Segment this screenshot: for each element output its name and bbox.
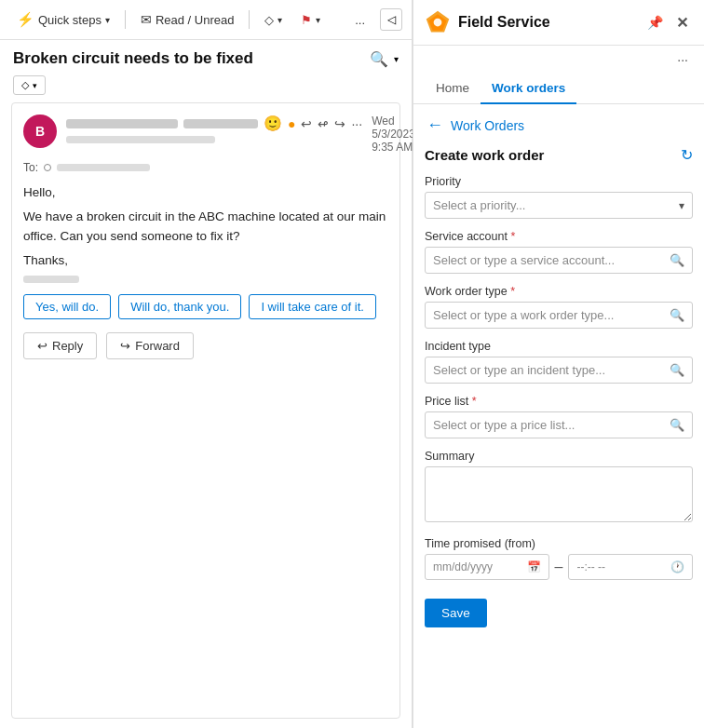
more-email-icon[interactable]: ··· — [351, 116, 362, 131]
priority-placeholder: Select a priority... — [433, 198, 525, 212]
date-input[interactable]: mm/dd/yyyy 📅 — [425, 554, 549, 580]
email-panel: ⚡ Quick steps ▾ ✉ Read / Unread ◇ ▾ ⚑ ▾ … — [0, 0, 413, 728]
close-button[interactable]: ✕ — [671, 11, 693, 34]
forward-button[interactable]: ↪ Forward — [106, 332, 194, 359]
price-list-input[interactable]: Select or type a price list... 🔍 — [425, 411, 693, 438]
time-promised-label: Time promised (from) — [425, 537, 693, 550]
field-service-logo — [425, 9, 451, 35]
read-unread-label: Read / Unread — [156, 13, 235, 27]
fs-more-button[interactable]: ··· — [672, 49, 693, 70]
emoji-icon[interactable]: 🙂 — [264, 115, 282, 132]
forward-icon-header[interactable]: ↪ — [334, 116, 345, 131]
quick-reply-1[interactable]: Yes, will do. — [23, 294, 111, 319]
email-tag-bar: ◇ ▾ — [0, 74, 412, 102]
reply-icon-header[interactable]: ↩ — [301, 116, 312, 131]
service-account-input[interactable]: Select or type a service account... 🔍 — [425, 247, 693, 274]
work-order-type-group: Work order type * Select or type a work … — [425, 285, 693, 329]
price-list-placeholder: Select or type a price list... — [433, 418, 575, 432]
work-order-type-input[interactable]: Select or type a work order type... 🔍 — [425, 302, 693, 329]
summary-textarea[interactable] — [425, 466, 693, 522]
reply-arrow-icon: ↩ — [37, 339, 47, 353]
back-button[interactable]: ← — [425, 114, 445, 137]
work-order-type-label: Work order type * — [425, 285, 693, 298]
tag-chevron-icon: ▾ — [278, 15, 282, 25]
tag-icon: ◇ — [264, 13, 274, 27]
email-header: B 🙂 ● ↩ ↫ ↪ ··· Wed 5/3/2023 9:35 AM — [23, 115, 388, 154]
quick-steps-label: Quick steps — [38, 13, 102, 27]
to-circle-icon — [44, 164, 51, 171]
to-label: To: — [23, 161, 38, 174]
incident-type-search-icon: 🔍 — [670, 363, 684, 377]
chevron-down-icon: ▾ — [105, 15, 110, 25]
svg-point-2 — [434, 19, 442, 27]
tag-chevron-small-icon: ▾ — [33, 81, 37, 90]
time-placeholder: --:-- -- — [576, 560, 605, 573]
back-label[interactable]: Work Orders — [451, 118, 524, 133]
quick-steps-button[interactable]: ⚡ Quick steps ▾ — [9, 7, 117, 32]
envelope-icon: ✉ — [141, 12, 152, 27]
avatar: B — [23, 115, 57, 148]
signature-blur — [23, 276, 79, 283]
quick-reply-3[interactable]: I will take care of it. — [249, 294, 376, 319]
pin-icon: 📌 — [647, 15, 663, 30]
collapse-icon: ◁ — [387, 13, 396, 26]
summary-group: Summary — [425, 450, 693, 526]
incident-type-placeholder: Select or type an incident type... — [433, 363, 605, 377]
email-subject-bar: Broken circuit needs to be fixed 🔍 ▾ — [0, 40, 412, 74]
sender-name-blur2 — [183, 119, 258, 128]
tag-button[interactable]: ◇ ▾ — [257, 9, 290, 31]
zoom-chevron-icon: ▾ — [394, 54, 399, 64]
pin-button[interactable]: 📌 — [643, 11, 668, 34]
email-toolbar: ⚡ Quick steps ▾ ✉ Read / Unread ◇ ▾ ⚑ ▾ … — [0, 0, 412, 40]
priority-label: Priority — [425, 175, 693, 188]
tab-home[interactable]: Home — [425, 74, 481, 104]
price-list-group: Price list * Select or type a price list… — [425, 395, 693, 438]
work-order-type-placeholder: Select or type a work order type... — [433, 308, 614, 322]
fs-more-row: ··· — [413, 46, 704, 74]
fs-header: Field Service 📌 ✕ — [413, 0, 704, 46]
zoom-icon[interactable]: 🔍 — [370, 50, 388, 68]
fs-nav-row: ← Work Orders — [425, 114, 693, 137]
forward-label: Forward — [135, 339, 180, 353]
refresh-button[interactable]: ↻ — [681, 146, 693, 164]
reply-button[interactable]: ↩ Reply — [23, 332, 97, 359]
more-dots-icon: ... — [355, 13, 365, 27]
clock-icon: 🕐 — [670, 560, 684, 573]
fs-title: Field Service — [458, 14, 635, 31]
calendar-icon: 📅 — [527, 560, 541, 573]
priority-select[interactable]: Select a priority... ▾ — [425, 192, 693, 219]
priority-chevron-icon: ▾ — [679, 199, 684, 212]
subject-icons: 🔍 ▾ — [370, 50, 399, 68]
incident-type-label: Incident type — [425, 340, 693, 353]
close-icon: ✕ — [676, 15, 688, 31]
forward-arrow-icon: ↪ — [120, 339, 130, 353]
collapse-button[interactable]: ◁ — [380, 8, 402, 31]
incident-type-input[interactable]: Select or type an incident type... 🔍 — [425, 357, 693, 384]
tag-small-icon: ◇ — [21, 79, 29, 91]
time-promised-group: Time promised (from) mm/dd/yyyy 📅 – --:-… — [425, 537, 693, 580]
create-work-order-title: Create work order — [425, 147, 544, 163]
tab-work-orders[interactable]: Work orders — [481, 74, 576, 104]
price-list-search-icon: 🔍 — [670, 418, 684, 432]
save-button[interactable]: Save — [425, 599, 487, 627]
summary-label: Summary — [425, 450, 693, 463]
fs-section-header: Create work order ↻ — [425, 146, 693, 164]
quick-reply-2[interactable]: Will do, thank you. — [118, 294, 241, 319]
reply-forward-row: ↩ Reply ↪ Forward — [23, 332, 388, 359]
service-account-required: * — [510, 230, 515, 243]
more-button[interactable]: ... — [347, 9, 372, 31]
time-input[interactable]: --:-- -- 🕐 — [568, 554, 693, 580]
fs-more-dots-icon: ··· — [677, 52, 688, 67]
read-unread-button[interactable]: ✉ Read / Unread — [133, 8, 242, 31]
flag-button[interactable]: ⚑ ▾ — [293, 9, 328, 31]
service-account-group: Service account * Select or type a servi… — [425, 230, 693, 274]
reply-label: Reply — [52, 339, 83, 353]
incident-type-group: Incident type Select or type an incident… — [425, 340, 693, 384]
quick-reply-row: Yes, will do. Will do, thank you. I will… — [23, 294, 388, 319]
fs-header-actions: 📌 ✕ — [643, 11, 693, 34]
avatar-initials: B — [35, 124, 45, 139]
fs-tabs: Home Work orders — [413, 74, 704, 104]
tag-small-button[interactable]: ◇ ▾ — [13, 75, 46, 95]
service-account-search-icon: 🔍 — [670, 253, 684, 267]
reply-all-icon-header[interactable]: ↫ — [318, 116, 329, 131]
